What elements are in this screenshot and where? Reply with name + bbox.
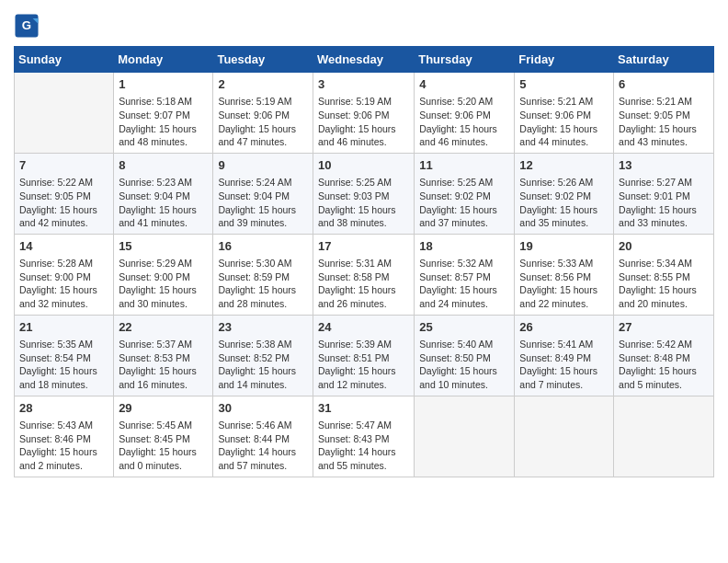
calendar-cell [614,396,714,477]
calendar-cell: 8Sunrise: 5:23 AM Sunset: 9:04 PM Daylig… [114,153,213,234]
day-number: 20 [619,238,709,255]
calendar-cell: 5Sunrise: 5:21 AM Sunset: 9:06 PM Daylig… [515,73,614,154]
day-number: 8 [119,157,208,174]
calendar-cell [515,396,614,477]
day-info: Sunrise: 5:22 AM Sunset: 9:05 PM Dayligh… [19,176,108,230]
week-row-2: 7Sunrise: 5:22 AM Sunset: 9:05 PM Daylig… [15,153,714,234]
day-number: 5 [519,76,609,93]
calendar-cell: 30Sunrise: 5:46 AM Sunset: 8:44 PM Dayli… [213,396,313,477]
week-row-3: 14Sunrise: 5:28 AM Sunset: 9:00 PM Dayli… [15,234,714,315]
day-info: Sunrise: 5:25 AM Sunset: 9:02 PM Dayligh… [419,176,509,230]
calendar-cell: 22Sunrise: 5:37 AM Sunset: 8:53 PM Dayli… [114,315,213,396]
day-info: Sunrise: 5:35 AM Sunset: 8:54 PM Dayligh… [19,338,108,392]
day-number: 12 [519,157,609,174]
logo-icon: G [14,13,40,39]
weekday-header-friday: Friday [515,47,614,73]
day-number: 22 [119,319,208,336]
day-info: Sunrise: 5:19 AM Sunset: 9:06 PM Dayligh… [318,95,409,149]
day-info: Sunrise: 5:21 AM Sunset: 9:05 PM Dayligh… [619,95,709,149]
day-number: 10 [318,157,409,174]
calendar-cell: 16Sunrise: 5:30 AM Sunset: 8:59 PM Dayli… [213,234,313,315]
day-number: 25 [419,319,509,336]
day-info: Sunrise: 5:33 AM Sunset: 8:56 PM Dayligh… [519,257,609,311]
calendar-cell: 9Sunrise: 5:24 AM Sunset: 9:04 PM Daylig… [213,153,313,234]
calendar-cell: 17Sunrise: 5:31 AM Sunset: 8:58 PM Dayli… [313,234,414,315]
day-info: Sunrise: 5:27 AM Sunset: 9:01 PM Dayligh… [619,176,709,230]
calendar-cell: 11Sunrise: 5:25 AM Sunset: 9:02 PM Dayli… [415,153,515,234]
calendar-cell: 25Sunrise: 5:40 AM Sunset: 8:50 PM Dayli… [415,315,515,396]
day-number: 26 [519,319,609,336]
weekday-header-wednesday: Wednesday [313,47,414,73]
day-number: 4 [419,76,509,93]
weekday-header-row: SundayMondayTuesdayWednesdayThursdayFrid… [15,47,714,73]
svg-text:G: G [22,18,31,32]
day-info: Sunrise: 5:40 AM Sunset: 8:50 PM Dayligh… [419,338,509,392]
day-info: Sunrise: 5:20 AM Sunset: 9:06 PM Dayligh… [419,95,509,149]
day-info: Sunrise: 5:32 AM Sunset: 8:57 PM Dayligh… [419,257,509,311]
calendar-cell: 2Sunrise: 5:19 AM Sunset: 9:06 PM Daylig… [213,73,313,154]
day-info: Sunrise: 5:18 AM Sunset: 9:07 PM Dayligh… [119,95,208,149]
header: G [14,9,714,39]
day-number: 16 [218,238,308,255]
day-info: Sunrise: 5:28 AM Sunset: 9:00 PM Dayligh… [19,257,108,311]
calendar-cell: 15Sunrise: 5:29 AM Sunset: 9:00 PM Dayli… [114,234,213,315]
day-number: 11 [419,157,509,174]
day-number: 13 [619,157,709,174]
day-info: Sunrise: 5:42 AM Sunset: 8:48 PM Dayligh… [619,338,709,392]
day-number: 9 [218,157,308,174]
day-number: 24 [318,319,409,336]
calendar-cell: 13Sunrise: 5:27 AM Sunset: 9:01 PM Dayli… [614,153,714,234]
weekday-header-sunday: Sunday [15,47,114,73]
day-info: Sunrise: 5:39 AM Sunset: 8:51 PM Dayligh… [318,338,409,392]
weekday-header-tuesday: Tuesday [213,47,313,73]
calendar-cell: 7Sunrise: 5:22 AM Sunset: 9:05 PM Daylig… [15,153,114,234]
week-row-4: 21Sunrise: 5:35 AM Sunset: 8:54 PM Dayli… [15,315,714,396]
day-info: Sunrise: 5:47 AM Sunset: 8:43 PM Dayligh… [318,419,409,473]
week-row-1: 1Sunrise: 5:18 AM Sunset: 9:07 PM Daylig… [15,73,714,154]
calendar-cell [15,73,114,154]
day-number: 7 [19,157,108,174]
day-number: 27 [619,319,709,336]
day-number: 3 [318,76,409,93]
day-number: 18 [419,238,509,255]
calendar-cell: 27Sunrise: 5:42 AM Sunset: 8:48 PM Dayli… [614,315,714,396]
calendar-cell: 14Sunrise: 5:28 AM Sunset: 9:00 PM Dayli… [15,234,114,315]
calendar-cell: 18Sunrise: 5:32 AM Sunset: 8:57 PM Dayli… [415,234,515,315]
day-info: Sunrise: 5:41 AM Sunset: 8:49 PM Dayligh… [519,338,609,392]
weekday-header-monday: Monday [114,47,213,73]
calendar-cell: 12Sunrise: 5:26 AM Sunset: 9:02 PM Dayli… [515,153,614,234]
day-number: 28 [19,400,108,417]
day-number: 30 [218,400,308,417]
calendar-cell: 28Sunrise: 5:43 AM Sunset: 8:46 PM Dayli… [15,396,114,477]
calendar-cell: 23Sunrise: 5:38 AM Sunset: 8:52 PM Dayli… [213,315,313,396]
calendar-cell: 1Sunrise: 5:18 AM Sunset: 9:07 PM Daylig… [114,73,213,154]
day-info: Sunrise: 5:23 AM Sunset: 9:04 PM Dayligh… [119,176,208,230]
day-number: 17 [318,238,409,255]
day-number: 6 [619,76,709,93]
weekday-header-thursday: Thursday [415,47,515,73]
day-number: 21 [19,319,108,336]
calendar-table: SundayMondayTuesdayWednesdayThursdayFrid… [14,46,714,477]
day-number: 2 [218,76,308,93]
day-info: Sunrise: 5:43 AM Sunset: 8:46 PM Dayligh… [19,419,108,473]
logo: G [14,13,43,39]
day-info: Sunrise: 5:31 AM Sunset: 8:58 PM Dayligh… [318,257,409,311]
day-info: Sunrise: 5:19 AM Sunset: 9:06 PM Dayligh… [218,95,308,149]
day-number: 23 [218,319,308,336]
calendar-cell: 26Sunrise: 5:41 AM Sunset: 8:49 PM Dayli… [515,315,614,396]
day-info: Sunrise: 5:24 AM Sunset: 9:04 PM Dayligh… [218,176,308,230]
day-info: Sunrise: 5:26 AM Sunset: 9:02 PM Dayligh… [519,176,609,230]
day-info: Sunrise: 5:21 AM Sunset: 9:06 PM Dayligh… [519,95,609,149]
day-number: 1 [119,76,208,93]
day-info: Sunrise: 5:34 AM Sunset: 8:55 PM Dayligh… [619,257,709,311]
calendar-cell [415,396,515,477]
day-info: Sunrise: 5:29 AM Sunset: 9:00 PM Dayligh… [119,257,208,311]
calendar-cell: 19Sunrise: 5:33 AM Sunset: 8:56 PM Dayli… [515,234,614,315]
calendar-cell: 3Sunrise: 5:19 AM Sunset: 9:06 PM Daylig… [313,73,414,154]
day-info: Sunrise: 5:45 AM Sunset: 8:45 PM Dayligh… [119,419,208,473]
calendar-cell: 21Sunrise: 5:35 AM Sunset: 8:54 PM Dayli… [15,315,114,396]
calendar-cell: 6Sunrise: 5:21 AM Sunset: 9:05 PM Daylig… [614,73,714,154]
day-number: 14 [19,238,108,255]
day-number: 19 [519,238,609,255]
day-number: 29 [119,400,208,417]
